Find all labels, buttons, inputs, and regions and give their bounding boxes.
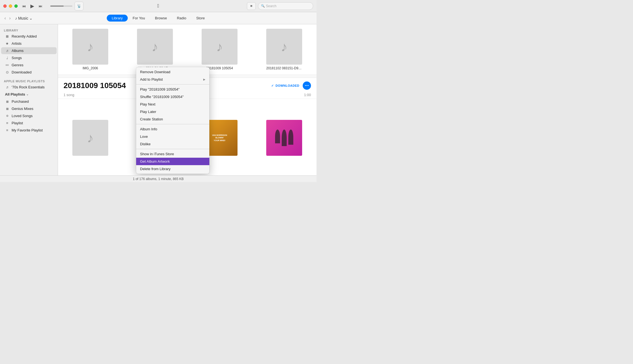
- albums-label: Albums: [12, 49, 53, 53]
- add-to-playlist-label: Add to Playlist: [140, 77, 163, 81]
- tab-for-you[interactable]: For You: [128, 15, 150, 22]
- back-button[interactable]: ‹: [3, 15, 7, 21]
- loved-songs-icon: ⚙: [5, 114, 9, 117]
- sidebar-item-70s-rock[interactable]: ♬ '70s Rock Essentials: [1, 84, 57, 91]
- menu-group-1: Play "20181009 105054" Shuffle "20181009…: [136, 85, 209, 124]
- sidebar-item-downloaded[interactable]: ⊙ Downloaded: [1, 69, 57, 76]
- sidebar-item-purchased[interactable]: ▦ Purchased: [1, 98, 57, 105]
- album-art-pink: [266, 120, 302, 156]
- sidebar-item-loved-songs[interactable]: ⚙ Loved Songs: [1, 112, 57, 119]
- all-playlists-toggle[interactable]: All Playlists ⌄: [1, 91, 57, 98]
- songs-icon: ♩: [5, 56, 9, 60]
- search-placeholder: Search: [266, 4, 276, 8]
- recently-added-icon: ▦: [5, 35, 9, 38]
- main-layout: Library ▦ Recently Added ★ Artists ♬ Alb…: [0, 24, 317, 175]
- song-count: 1 song: [64, 93, 74, 97]
- menu-item-create-station[interactable]: Create Station: [136, 115, 209, 123]
- menu-item-delete-from-library[interactable]: Delete from Library: [136, 165, 209, 173]
- menu-item-show-in-itunes[interactable]: Show in iTunes Store: [136, 150, 209, 158]
- menu-group-2: Album Info Love Dislike: [136, 124, 209, 149]
- my-favorite-label: My Favorite Playlist: [12, 128, 53, 132]
- menu-item-remove-download[interactable]: Remove Download: [136, 68, 209, 76]
- sidebar-item-songs[interactable]: ♩ Songs: [1, 54, 57, 61]
- sidebar-item-recently-added[interactable]: ▦ Recently Added: [1, 33, 57, 40]
- maximize-button[interactable]: [14, 4, 18, 8]
- airplay-button[interactable]: 📡: [75, 2, 83, 10]
- sidebar-item-albums[interactable]: ♬ Albums: [1, 47, 57, 54]
- album-info-label: Album Info: [140, 127, 157, 131]
- tab-browse[interactable]: Browse: [150, 15, 172, 22]
- remove-download-label: Remove Download: [140, 70, 170, 74]
- forward-button[interactable]: ›: [8, 15, 12, 21]
- player-controls: ⏮ ▶ ⏭: [21, 2, 44, 10]
- apple-logo: : [157, 3, 159, 9]
- delete-from-library-label: Delete from Library: [140, 167, 171, 171]
- songs-label: Songs: [12, 56, 53, 60]
- album-art-3: ♪: [266, 29, 302, 65]
- genius-mixes-icon: ▦: [5, 107, 9, 110]
- album-cell-bottom-3[interactable]: [252, 115, 317, 160]
- menu-item-dislike[interactable]: Dislike: [136, 140, 209, 148]
- minimize-button[interactable]: [9, 4, 12, 8]
- sidebar-item-genius-mixes[interactable]: ▦ Genius Mixes: [1, 105, 57, 112]
- sidebar-item-genres[interactable]: ≡≡ Genres: [1, 62, 57, 68]
- albums-icon: ♬: [5, 49, 9, 53]
- search-box[interactable]: 🔍 Search: [258, 2, 313, 10]
- tab-radio[interactable]: Radio: [172, 15, 191, 22]
- submenu-arrow-icon: ▶: [203, 78, 205, 81]
- menu-item-shuffle[interactable]: Shuffle "20181009 105054": [136, 93, 209, 101]
- loved-songs-label: Loved Songs: [12, 114, 53, 118]
- menu-item-get-artwork[interactable]: Get Album Artwork: [136, 158, 209, 165]
- rewind-button[interactable]: ⏮: [21, 3, 27, 9]
- album-cell-3[interactable]: ♪ 20181102 083151-D9D48C1F: [252, 24, 317, 75]
- list-view-button[interactable]: ≡: [247, 2, 256, 10]
- purchased-label: Purchased: [12, 99, 53, 104]
- menu-item-album-info[interactable]: Album Info: [136, 125, 209, 133]
- album-art-2: ♪: [202, 29, 238, 65]
- more-options-button[interactable]: ···: [303, 81, 311, 90]
- search-icon: 🔍: [261, 4, 265, 8]
- play-label: Play "20181009 105054": [140, 87, 180, 91]
- menu-item-play-next[interactable]: Play Next: [136, 101, 209, 108]
- library-label: Music: [18, 16, 28, 20]
- sidebar-item-artists[interactable]: ★ Artists: [1, 40, 57, 47]
- toolbar: ‹ › ♪ Music ⌄ Library For You Browse Rad…: [0, 12, 317, 24]
- music-note-icon-3: ♪: [281, 39, 288, 54]
- play-button[interactable]: ▶: [29, 2, 35, 10]
- purchased-icon: ▦: [5, 100, 9, 103]
- play-later-label: Play Later: [140, 110, 156, 114]
- show-in-itunes-label: Show in iTunes Store: [140, 152, 174, 156]
- close-button[interactable]: [3, 4, 7, 8]
- titlebar-center: : [157, 3, 159, 9]
- tab-store[interactable]: Store: [191, 15, 210, 22]
- downloaded-badge: ✓ DOWNLOADED: [271, 84, 299, 88]
- library-selector[interactable]: ♪ Music ⌄: [15, 16, 33, 20]
- playlist-label: Playlist: [12, 121, 53, 125]
- chevron-down-icon: ⌄: [26, 93, 28, 96]
- sidebar: Library ▦ Recently Added ★ Artists ♬ Alb…: [0, 24, 58, 175]
- menu-item-play-later[interactable]: Play Later: [136, 108, 209, 115]
- album-cell-0[interactable]: ♪ IMG_2006: [58, 24, 123, 75]
- content-area: ♪ IMG_2006 ♪ video-2011-01-30-15-19-16Tr…: [58, 24, 317, 175]
- music-note-icon-1: ♪: [152, 39, 158, 54]
- nav-arrows: ‹ ›: [3, 15, 12, 21]
- list-view-icon: ≡: [250, 4, 252, 8]
- album-cell-bottom-0[interactable]: ♪: [58, 115, 123, 160]
- music-note-bottom-icon: ♪: [87, 130, 94, 146]
- titlebar: ⏮ ▶ ⏭ 📡  ≡ 🔍 Search: [0, 0, 317, 12]
- menu-item-play[interactable]: Play "20181009 105054": [136, 86, 209, 93]
- song-duration: 1:00: [304, 93, 311, 97]
- volume-slider[interactable]: [50, 6, 72, 7]
- music-note-icon: ♪: [15, 16, 17, 20]
- all-playlists-label: All Playlists: [5, 92, 25, 96]
- dislike-label: Dislike: [140, 142, 151, 146]
- pink-silhouettes: [275, 130, 293, 146]
- sidebar-item-playlist[interactable]: ≡ Playlist: [1, 120, 57, 126]
- sidebar-item-my-favorite[interactable]: ≡ My Favorite Playlist: [1, 127, 57, 134]
- toolbar-inner: ‹ › ♪ Music ⌄ Library For You Browse Rad…: [3, 15, 313, 21]
- fast-forward-button[interactable]: ⏭: [38, 3, 44, 9]
- menu-item-love[interactable]: Love: [136, 133, 209, 140]
- tab-library[interactable]: Library: [107, 15, 128, 22]
- get-artwork-label: Get Album Artwork: [140, 159, 170, 163]
- menu-item-add-to-playlist[interactable]: Add to Playlist ▶: [136, 76, 209, 83]
